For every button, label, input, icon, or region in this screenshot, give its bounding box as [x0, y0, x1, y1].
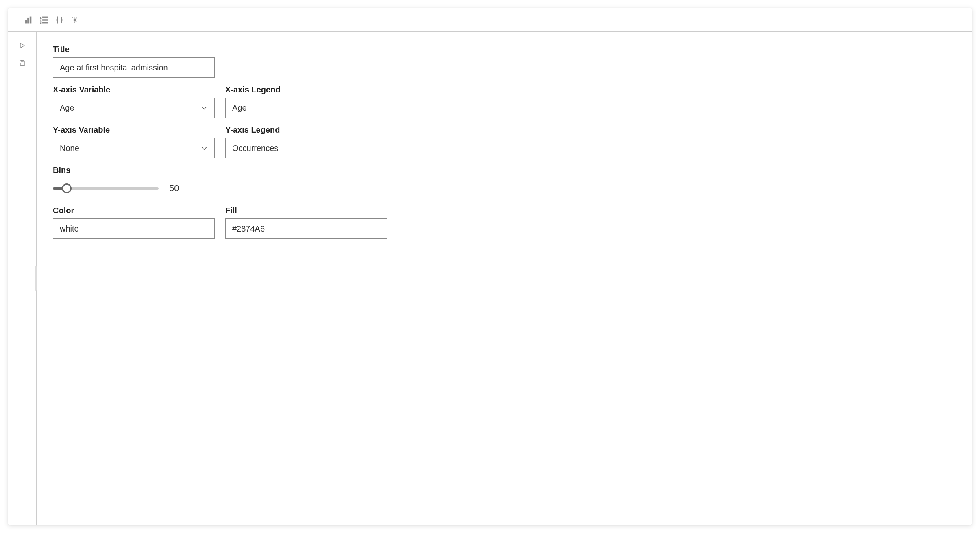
y-legend-input[interactable]	[225, 138, 387, 158]
bar-chart-icon[interactable]	[24, 16, 33, 24]
fill-label: Fill	[225, 206, 387, 215]
x-var-label: X-axis Variable	[53, 85, 215, 94]
x-legend-input[interactable]	[225, 98, 387, 118]
y-legend-label: Y-axis Legend	[225, 125, 387, 135]
svg-rect-12	[21, 60, 23, 61]
svg-rect-1	[28, 18, 29, 23]
title-input[interactable]	[53, 57, 215, 78]
x-var-select[interactable]: Age	[53, 98, 215, 118]
fill-input[interactable]	[225, 218, 387, 239]
bins-slider[interactable]	[53, 184, 159, 192]
svg-text:1: 1	[40, 16, 41, 19]
svg-rect-11	[21, 63, 24, 65]
color-label: Color	[53, 206, 215, 215]
svg-rect-6	[43, 19, 48, 20]
svg-rect-4	[43, 17, 48, 17]
bins-label: Bins	[53, 166, 215, 175]
svg-text:3: 3	[40, 22, 41, 24]
save-icon[interactable]	[18, 59, 26, 67]
top-toolbar: 1 2 3	[8, 8, 972, 32]
bins-value: 50	[169, 183, 179, 194]
side-rail	[8, 32, 37, 525]
x-legend-label: X-axis Legend	[225, 85, 387, 94]
x-var-value: Age	[60, 103, 74, 113]
color-input[interactable]	[53, 218, 215, 239]
form-area: Title X-axis Variable Age X-axis Legend	[37, 32, 972, 525]
y-var-select[interactable]: None	[53, 138, 215, 158]
numbered-list-icon[interactable]: 1 2 3	[40, 16, 48, 24]
svg-rect-0	[25, 20, 26, 23]
chevron-down-icon	[200, 144, 208, 152]
svg-rect-2	[30, 17, 31, 23]
panel-card: 1 2 3	[8, 8, 972, 525]
play-icon[interactable]	[18, 42, 26, 50]
slider-thumb[interactable]	[62, 183, 72, 193]
chevron-down-icon	[200, 104, 208, 111]
svg-rect-8	[43, 22, 48, 23]
y-var-label: Y-axis Variable	[53, 125, 215, 135]
title-label: Title	[53, 45, 215, 54]
braces-icon[interactable]	[55, 16, 63, 24]
svg-point-9	[74, 19, 76, 21]
gear-icon[interactable]	[71, 16, 79, 24]
svg-marker-10	[20, 43, 24, 48]
y-var-value: None	[60, 144, 79, 153]
